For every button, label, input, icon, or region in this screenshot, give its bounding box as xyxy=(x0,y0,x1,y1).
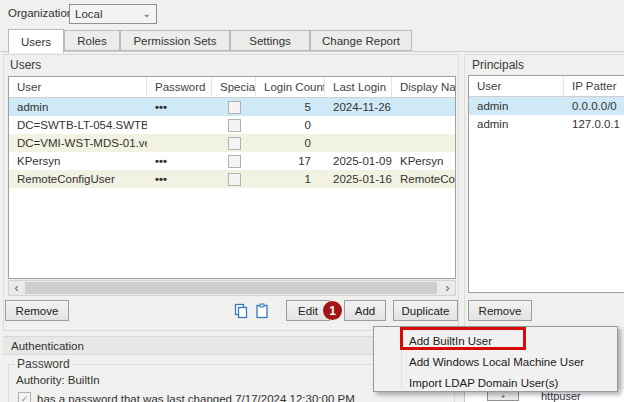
users-table[interactable]: User Password Special Login Count Last L… xyxy=(8,76,456,279)
cell-login-count: 1 xyxy=(256,170,325,188)
cell-display-name xyxy=(392,134,455,152)
table-row[interactable]: admin 0.0.0.0/0 xyxy=(469,97,624,115)
password-group-title: Password xyxy=(14,357,73,371)
tab-roles-label: Roles xyxy=(77,35,106,47)
horizontal-scrollbar[interactable]: ‹ › xyxy=(8,280,456,296)
special-checkbox[interactable] xyxy=(228,137,241,150)
cell-special xyxy=(212,116,256,134)
paste-button[interactable] xyxy=(253,302,271,320)
cell-last-login: 2024-11-26 xyxy=(325,98,392,116)
annotation-step-badge: 1 xyxy=(323,301,342,320)
remove-user-button[interactable]: Remove xyxy=(5,300,69,321)
col-user[interactable]: User xyxy=(9,77,147,97)
cell-special xyxy=(212,170,256,188)
organization-label: Organization: xyxy=(8,7,76,19)
cell-special xyxy=(212,152,256,170)
users-group-title: Users xyxy=(10,58,41,72)
col-login-count[interactable]: Login Count xyxy=(256,77,325,97)
tab-permission-sets-label: Permission Sets xyxy=(133,35,216,47)
cell-user: RemoteConfigUser xyxy=(9,170,147,188)
cell-user: KPersyn xyxy=(9,152,147,170)
cell-last-login xyxy=(325,134,392,152)
tab-roles[interactable]: Roles xyxy=(64,30,120,51)
cell-login-count: 0 xyxy=(256,134,325,152)
organization-value: Local xyxy=(75,8,103,20)
authority-value: Authority: BuiltIn xyxy=(16,374,100,386)
app-window: Organization: Local ⌄ Users Roles Permis… xyxy=(0,0,624,402)
table-row[interactable]: admin 127.0.0.1 xyxy=(469,115,624,133)
cell-principal-user: admin xyxy=(469,115,564,133)
cell-password: ••• xyxy=(147,152,212,170)
users-table-header: User Password Special Login Count Last L… xyxy=(9,77,455,98)
cell-password xyxy=(147,116,212,134)
table-row[interactable]: KPersyn ••• 17 2025-01-09 KPersyn xyxy=(9,152,455,170)
cell-last-login: 2025-01-16 xyxy=(325,170,392,188)
cell-special xyxy=(212,134,256,152)
table-row[interactable]: DC=SWTB-LT-054.SWTBO 0 xyxy=(9,116,455,134)
scroll-left-icon[interactable]: ‹ xyxy=(9,281,24,295)
tab-permission-sets[interactable]: Permission Sets xyxy=(120,30,230,51)
cell-display-name: KPersyn xyxy=(392,152,455,170)
cell-user: admin xyxy=(9,98,147,116)
chevron-down-icon: ⌄ xyxy=(143,9,151,19)
tab-change-report[interactable]: Change Report xyxy=(310,30,412,51)
col-last-login[interactable]: Last Login xyxy=(325,77,392,97)
tab-users-label: Users xyxy=(21,36,51,48)
cell-ip-pattern: 127.0.0.1 xyxy=(564,115,624,133)
scrollbar-thumb[interactable] xyxy=(25,282,437,294)
cell-login-count: 0 xyxy=(256,116,325,134)
cell-special xyxy=(212,98,256,116)
remove-principal-button[interactable]: Remove xyxy=(468,300,532,321)
organization-dropdown[interactable]: Local ⌄ xyxy=(69,4,157,24)
annotation-highlight-box xyxy=(400,327,526,350)
principals-group-title: Principals xyxy=(472,58,524,72)
password-note-text: has a password that was last changed 7/1… xyxy=(37,393,355,402)
password-note-row: ✓ has a password that was last changed 7… xyxy=(18,392,355,402)
copy-button[interactable] xyxy=(232,302,250,320)
special-checkbox[interactable] xyxy=(228,101,241,114)
col-password[interactable]: Password xyxy=(147,77,212,97)
cell-last-login: 2025-01-09 xyxy=(325,152,392,170)
principals-table-header: User IP Patter xyxy=(469,76,624,97)
cell-password: ••• xyxy=(147,170,212,188)
cell-display-name xyxy=(392,98,455,116)
special-checkbox[interactable] xyxy=(228,173,241,186)
col-principal-user[interactable]: User xyxy=(469,76,564,96)
cell-principal-user: admin xyxy=(469,97,564,115)
table-row[interactable]: admin ••• 5 2024-11-26 xyxy=(9,98,455,116)
cell-user: DC=SWTB-LT-054.SWTBO xyxy=(9,116,147,134)
cell-login-count: 17 xyxy=(256,152,325,170)
cell-last-login xyxy=(325,116,392,134)
tab-settings-label: Settings xyxy=(249,35,291,47)
password-note-checkbox[interactable]: ✓ xyxy=(18,392,31,402)
tab-users[interactable]: Users xyxy=(8,29,64,53)
add-button[interactable]: Add xyxy=(344,300,386,321)
cell-user: DC=VMI-WST-MDS-01.ve xyxy=(9,134,147,152)
tab-settings[interactable]: Settings xyxy=(230,30,310,51)
special-checkbox[interactable] xyxy=(228,155,241,168)
duplicate-button[interactable]: Duplicate xyxy=(393,300,458,321)
menu-item-import-ldap-domain-users[interactable]: Import LDAP Domain User(s) xyxy=(375,372,616,393)
cell-ip-pattern: 0.0.0.0/0 xyxy=(564,97,624,115)
menu-item-add-windows-local-machine-user[interactable]: Add Windows Local Machine User xyxy=(375,351,616,372)
principals-table[interactable]: User IP Patter admin 0.0.0.0/0 admin 127… xyxy=(468,75,624,293)
cell-display-name xyxy=(392,116,455,134)
scroll-right-icon[interactable]: › xyxy=(440,281,455,295)
tab-change-report-label: Change Report xyxy=(322,35,400,47)
cell-password xyxy=(147,134,212,152)
table-row[interactable]: DC=VMI-WST-MDS-01.ve 0 xyxy=(9,134,455,152)
cell-password: ••• xyxy=(147,98,212,116)
table-row[interactable]: RemoteConfigUser ••• 1 2025-01-16 Remote… xyxy=(9,170,455,188)
copy-icon xyxy=(233,303,249,319)
cell-display-name: RemoteConfig xyxy=(392,170,455,188)
col-display-name[interactable]: Display Name xyxy=(392,77,455,97)
authentication-title: Authentication xyxy=(11,340,84,352)
special-checkbox[interactable] xyxy=(228,119,241,132)
paste-icon xyxy=(254,303,270,319)
tab-pane-border xyxy=(0,51,624,52)
cell-login-count: 5 xyxy=(256,98,325,116)
col-special[interactable]: Special xyxy=(212,77,256,97)
col-ip-pattern[interactable]: IP Patter xyxy=(564,76,624,96)
